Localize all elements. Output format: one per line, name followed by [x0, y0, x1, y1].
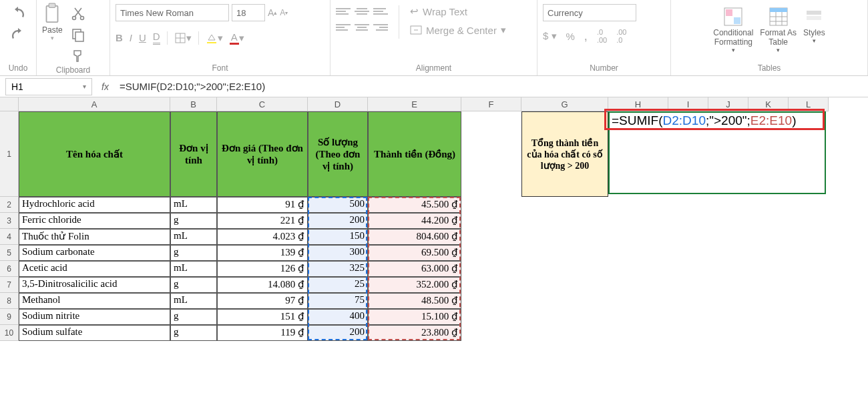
column-header-K[interactable]: K: [748, 97, 789, 111]
cell-total[interactable]: 352.000 ₫: [368, 277, 461, 293]
decrease-decimal-button[interactable]: .00.0: [616, 28, 626, 44]
align-bottom-button[interactable]: [373, 5, 388, 17]
styles-button[interactable]: Styles▾: [803, 5, 825, 44]
column-header-B[interactable]: B: [170, 97, 217, 111]
cell-unit[interactable]: g: [170, 277, 217, 293]
cell-unit[interactable]: mL: [170, 293, 217, 309]
align-center-button[interactable]: [355, 21, 369, 33]
undo-button[interactable]: [7, 7, 29, 23]
cell-qty[interactable]: 325: [308, 261, 368, 277]
table-header[interactable]: Đơn giá (Theo đơn vị tính): [217, 111, 308, 197]
cell-total[interactable]: 44.200 ₫: [368, 213, 461, 229]
cell-qty[interactable]: 150: [308, 229, 368, 245]
table-header[interactable]: Số lượng (Theo đơn vị tính): [308, 111, 368, 197]
bold-button[interactable]: B: [116, 32, 123, 43]
cell-name[interactable]: Sodium sulfate: [19, 325, 170, 341]
wrap-text-button[interactable]: ↩Wrap Text: [410, 5, 506, 17]
select-all-corner[interactable]: [0, 97, 19, 111]
align-middle-button[interactable]: [355, 5, 369, 17]
column-header-L[interactable]: L: [789, 97, 829, 111]
cell-qty[interactable]: 200: [308, 213, 368, 229]
underline-button[interactable]: U: [139, 32, 146, 43]
row-header-2[interactable]: 2: [0, 197, 19, 213]
cell-name[interactable]: Hydrochloric acid: [19, 197, 170, 213]
paste-button[interactable]: Paste ▾: [42, 3, 63, 41]
cell-price[interactable]: 14.080 ₫: [217, 277, 308, 293]
font-size-select[interactable]: [232, 4, 265, 21]
column-header-F[interactable]: F: [461, 97, 521, 111]
row-header-3[interactable]: 3: [0, 213, 19, 229]
cell-name[interactable]: Methanol: [19, 293, 170, 309]
cell-total[interactable]: 15.100 ₫: [368, 309, 461, 325]
align-top-button[interactable]: [336, 5, 351, 17]
cell-qty[interactable]: 300: [308, 245, 368, 261]
column-header-I[interactable]: I: [668, 97, 708, 111]
increase-decimal-button[interactable]: .0.00: [597, 28, 607, 44]
cell-unit[interactable]: mL: [170, 197, 217, 213]
align-left-button[interactable]: [336, 21, 351, 33]
currency-button[interactable]: $ ▾: [543, 30, 557, 42]
merge-center-button[interactable]: Merge & Center ▾: [410, 24, 506, 36]
cell-unit[interactable]: g: [170, 213, 217, 229]
row-header-8[interactable]: 8: [0, 293, 19, 309]
cell-unit[interactable]: mL: [170, 261, 217, 277]
comma-button[interactable]: ,: [584, 29, 588, 43]
row-header-10[interactable]: 10: [0, 325, 19, 341]
cell-unit[interactable]: g: [170, 245, 217, 261]
column-header-D[interactable]: D: [308, 97, 368, 111]
formula-input[interactable]: =SUMIF(D2:D10;">200";E2:E10): [116, 79, 868, 93]
cell-qty[interactable]: 400: [308, 309, 368, 325]
column-header-J[interactable]: J: [708, 97, 748, 111]
font-family-select[interactable]: [116, 4, 229, 21]
cell-total[interactable]: 23.800 ₫: [368, 325, 461, 341]
cell-name[interactable]: Acetic acid: [19, 261, 170, 277]
cell-unit[interactable]: g: [170, 325, 217, 341]
cell-price[interactable]: 119 ₫: [217, 325, 308, 341]
cell-unit[interactable]: mL: [170, 229, 217, 245]
cut-button[interactable]: [67, 5, 89, 21]
font-color-button[interactable]: A▾: [230, 31, 244, 45]
italic-button[interactable]: I: [130, 32, 132, 43]
column-header-A[interactable]: A: [19, 97, 170, 111]
fill-color-button[interactable]: ▾: [206, 32, 223, 44]
cell-total[interactable]: 69.500 ₫: [368, 245, 461, 261]
row-header-6[interactable]: 6: [0, 261, 19, 277]
column-header-C[interactable]: C: [217, 97, 308, 111]
cell-qty[interactable]: 75: [308, 293, 368, 309]
row-header-4[interactable]: 4: [0, 229, 19, 245]
cell-price[interactable]: 126 ₫: [217, 261, 308, 277]
column-header-H[interactable]: H: [608, 97, 668, 111]
cell-name[interactable]: Sodium carbonate: [19, 245, 170, 261]
worksheet[interactable]: ABCDEFGHIJKL 12345678910 Tên hóa chấtĐơn…: [0, 97, 868, 407]
cell-total[interactable]: 45.500 ₫: [368, 197, 461, 213]
row-header-7[interactable]: 7: [0, 277, 19, 293]
column-header-E[interactable]: E: [368, 97, 461, 111]
cell-editor[interactable]: =SUMIF(D2:D10;">200";E2:E10): [608, 111, 826, 194]
percent-button[interactable]: %: [566, 31, 575, 42]
cell-total[interactable]: 63.000 ₫: [368, 261, 461, 277]
cell-price[interactable]: 151 ₫: [217, 309, 308, 325]
name-box[interactable]: H1 ▾: [5, 78, 92, 95]
cell-price[interactable]: 221 ₫: [217, 213, 308, 229]
redo-button[interactable]: [7, 28, 29, 44]
number-format-select[interactable]: [543, 4, 636, 21]
cell-name[interactable]: Ferric chloride: [19, 213, 170, 229]
borders-button[interactable]: ▾: [174, 32, 192, 44]
cell-price[interactable]: 97 ₫: [217, 293, 308, 309]
cell-qty[interactable]: 200: [308, 325, 368, 341]
double-underline-button[interactable]: D: [153, 31, 160, 45]
cell-qty[interactable]: 500: [308, 197, 368, 213]
row-header-1[interactable]: 1: [0, 111, 19, 197]
cell-total[interactable]: 804.600 ₫: [368, 229, 461, 245]
cell-price[interactable]: 91 ₫: [217, 197, 308, 213]
increase-font-button[interactable]: A▴: [268, 7, 277, 18]
copy-button[interactable]: [67, 27, 89, 43]
format-as-table-button[interactable]: Format AsTable▾: [760, 5, 797, 53]
table-header[interactable]: Thành tiền (Đồng): [368, 111, 461, 197]
format-painter-button[interactable]: [67, 48, 89, 64]
table-header[interactable]: Đơn vị tính: [170, 111, 217, 197]
decrease-font-button[interactable]: A▾: [280, 8, 288, 17]
table-header[interactable]: Tên hóa chất: [19, 111, 170, 197]
column-header-G[interactable]: G: [521, 97, 608, 111]
cell-price[interactable]: 139 ₫: [217, 245, 308, 261]
